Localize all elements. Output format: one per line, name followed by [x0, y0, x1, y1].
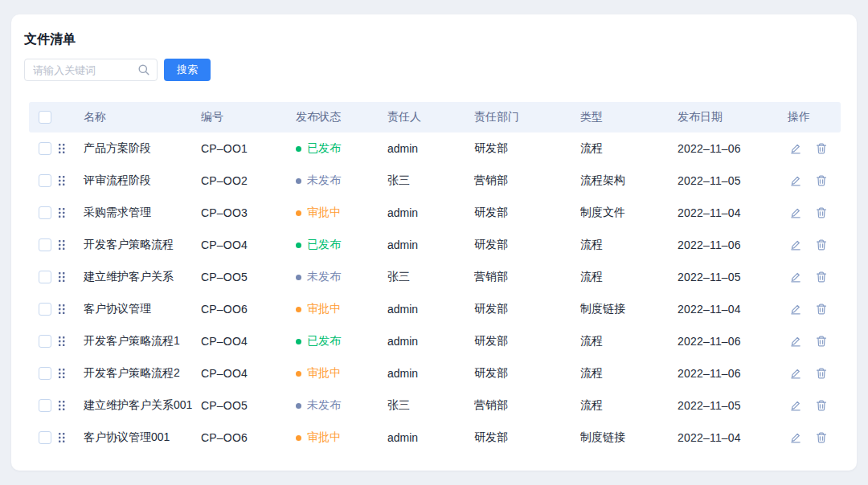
cell-owner: 张三 — [387, 173, 474, 188]
row-checkbox[interactable] — [39, 206, 51, 219]
drag-handle-icon[interactable] — [58, 304, 66, 315]
status-cell: 未发布 — [296, 270, 387, 284]
edit-button[interactable] — [789, 271, 802, 283]
cell-name: 建立维护客户关系 — [84, 270, 201, 284]
cell-code: CP–OO2 — [201, 174, 296, 187]
cell-department: 研发部 — [474, 366, 580, 381]
row-checkbox[interactable] — [39, 142, 51, 155]
status-label: 审批中 — [307, 302, 341, 316]
delete-button[interactable] — [815, 335, 828, 348]
cell-date: 2022–11–06 — [678, 142, 788, 155]
search-box — [24, 59, 158, 81]
status-dot-icon — [296, 339, 301, 344]
drag-handle-icon[interactable] — [58, 239, 66, 251]
edit-button[interactable] — [789, 399, 802, 412]
edit-button[interactable] — [789, 431, 802, 444]
cell-type: 流程 — [580, 366, 678, 381]
cell-code: CP–OO6 — [201, 303, 296, 316]
drag-handle-icon[interactable] — [58, 336, 66, 347]
status-dot-icon — [296, 178, 301, 184]
table-row: 评审流程阶段 CP–OO2 未发布 张三 营销部 流程架构 2022–11–05 — [29, 165, 841, 197]
cell-date: 2022–11–04 — [678, 206, 788, 219]
status-cell: 审批中 — [296, 366, 387, 381]
cell-department: 研发部 — [474, 430, 580, 445]
edit-button[interactable] — [789, 303, 802, 316]
edit-button[interactable] — [789, 142, 802, 155]
delete-button[interactable] — [815, 142, 828, 155]
row-checkbox[interactable] — [39, 238, 51, 251]
drag-handle-icon[interactable] — [58, 143, 66, 154]
edit-button[interactable] — [789, 174, 802, 187]
cell-code: CP–OO3 — [201, 206, 296, 219]
cell-name: 开发客户策略流程2 — [84, 366, 201, 381]
delete-button[interactable] — [815, 303, 828, 316]
delete-button[interactable] — [815, 206, 828, 219]
col-header-code: 编号 — [201, 110, 296, 124]
cell-department: 研发部 — [474, 302, 580, 316]
status-cell: 已发布 — [296, 238, 387, 252]
cell-name: 评审流程阶段 — [84, 173, 201, 188]
row-checkbox[interactable] — [39, 174, 51, 187]
search-button[interactable]: 搜索 — [164, 59, 211, 81]
cell-code: CP–OO4 — [201, 367, 296, 380]
trash-icon — [815, 206, 828, 219]
delete-button[interactable] — [815, 271, 828, 283]
edit-pencil-icon — [789, 271, 802, 283]
row-checkbox[interactable] — [39, 399, 51, 412]
status-cell: 未发布 — [296, 173, 387, 188]
drag-handle-icon[interactable] — [58, 432, 66, 443]
trash-icon — [815, 271, 828, 283]
status-label: 审批中 — [307, 366, 341, 381]
cell-type: 制度链接 — [580, 430, 678, 445]
edit-pencil-icon — [789, 367, 802, 380]
cell-code: CP–OO1 — [201, 142, 296, 155]
cell-name: 开发客户策略流程1 — [84, 334, 201, 348]
delete-button[interactable] — [815, 431, 828, 444]
cell-department: 营销部 — [474, 398, 580, 413]
status-label: 未发布 — [307, 270, 341, 284]
status-cell: 审批中 — [296, 302, 387, 316]
status-dot-icon — [296, 146, 301, 152]
status-dot-icon — [296, 275, 301, 280]
cell-code: CP–OO4 — [201, 335, 296, 348]
delete-button[interactable] — [815, 367, 828, 380]
col-header-name: 名称 — [84, 110, 201, 124]
delete-button[interactable] — [815, 399, 828, 412]
row-checkbox[interactable] — [39, 431, 51, 444]
trash-icon — [815, 174, 828, 187]
status-dot-icon — [296, 403, 301, 409]
delete-button[interactable] — [815, 238, 828, 251]
drag-handle-icon[interactable] — [58, 271, 66, 283]
edit-button[interactable] — [789, 238, 802, 251]
edit-button[interactable] — [789, 367, 802, 380]
status-dot-icon — [296, 307, 301, 312]
cell-type: 流程架构 — [580, 173, 678, 188]
drag-handle-icon[interactable] — [58, 368, 66, 379]
select-all-checkbox[interactable] — [39, 111, 51, 124]
status-dot-icon — [296, 243, 301, 248]
status-cell: 已发布 — [296, 141, 387, 156]
cell-name: 客户协议管理001 — [84, 430, 201, 445]
status-label: 已发布 — [307, 334, 341, 348]
cell-type: 流程 — [580, 141, 678, 156]
edit-button[interactable] — [789, 335, 802, 348]
drag-handle-icon[interactable] — [58, 175, 66, 186]
search-input[interactable] — [33, 64, 137, 76]
file-list-card: 文件清单 搜索 名称 编号 发布状态 责任人 责任部门 类型 发布日期 — [11, 14, 857, 471]
row-checkbox[interactable] — [39, 303, 51, 316]
row-checkbox[interactable] — [39, 271, 51, 283]
cell-owner: admin — [387, 238, 474, 251]
table-row: 建立维护客户关系 CP–OO5 未发布 张三 营销部 流程 2022–11–05 — [29, 261, 841, 293]
row-checkbox[interactable] — [39, 335, 51, 348]
delete-button[interactable] — [815, 174, 828, 187]
status-label: 审批中 — [307, 430, 341, 445]
col-header-type: 类型 — [580, 110, 678, 124]
status-label: 未发布 — [307, 173, 341, 188]
edit-button[interactable] — [789, 206, 802, 219]
drag-handle-icon[interactable] — [58, 400, 66, 411]
col-header-status: 发布状态 — [296, 110, 387, 124]
row-checkbox[interactable] — [39, 367, 51, 380]
status-cell: 审批中 — [296, 430, 387, 445]
drag-handle-icon[interactable] — [58, 207, 66, 218]
cell-date: 2022–11–04 — [678, 431, 788, 444]
